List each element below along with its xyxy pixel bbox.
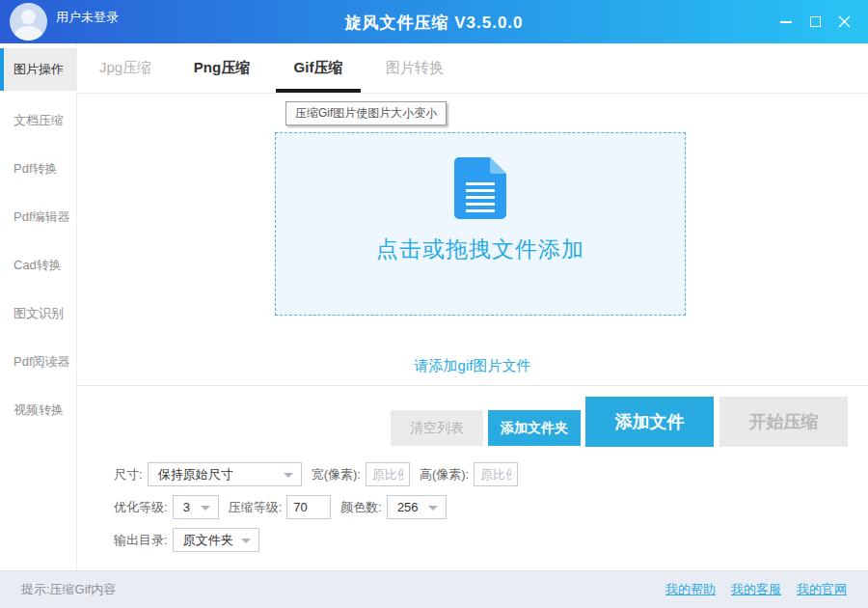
output-dir-dropdown[interactable]: 原文件夹 bbox=[173, 528, 259, 552]
sidebar-item-ocr[interactable]: 图文识别 bbox=[0, 290, 76, 338]
chevron-down-icon bbox=[201, 506, 210, 511]
help-link[interactable]: 我的帮助 bbox=[665, 581, 716, 598]
optimize-label: 优化等级: bbox=[114, 499, 168, 516]
main-content: Jpg压缩 Png压缩 Gif压缩 图片转换 压缩Gif图片使图片大小变小 bbox=[77, 43, 868, 570]
close-button[interactable] bbox=[829, 8, 858, 37]
tab-image-convert[interactable]: 图片转换 bbox=[366, 43, 463, 93]
sidebar-item-video-convert[interactable]: 视频转换 bbox=[0, 386, 76, 434]
window-controls bbox=[772, 0, 858, 43]
height-label: 高(像素): bbox=[420, 466, 469, 484]
size-settings-row: 尺寸: 保持原始尺寸 宽(像素): 高(像素): bbox=[114, 462, 868, 486]
workspace: 压缩Gif图片使图片大小变小 点击或拖拽文件添加 bbox=[77, 94, 868, 385]
chevron-down-icon bbox=[428, 506, 438, 511]
sidebar-item-cad-convert[interactable]: Cad转换 bbox=[0, 241, 76, 290]
minimize-icon bbox=[780, 21, 792, 23]
file-icon bbox=[454, 157, 506, 219]
app-title: 旋风文件压缩 V3.5.0.0 bbox=[0, 12, 868, 34]
sidebar: 图片操作 文档压缩 Pdf转换 Pdf编辑器 Cad转换 图文识别 Pdf阅读器… bbox=[0, 43, 77, 570]
output-dir-label: 输出目录: bbox=[114, 532, 168, 549]
optimize-dropdown-value: 3 bbox=[183, 500, 190, 514]
action-button-row: 清空列表 添加文件夹 添加文件 开始压缩 bbox=[77, 385, 868, 456]
status-tip: 提示:压缩Gif内容 bbox=[21, 581, 116, 598]
output-dir-dropdown-value: 原文件夹 bbox=[183, 532, 233, 549]
close-icon bbox=[838, 15, 851, 28]
official-site-link[interactable]: 我的官网 bbox=[797, 581, 847, 598]
quality-settings-row: 优化等级: 3 压缩等级: 颜色数: 256 bbox=[114, 495, 868, 519]
dropzone-label: 点击或拖拽文件添加 bbox=[376, 235, 584, 264]
size-label: 尺寸: bbox=[114, 466, 143, 484]
colors-dropdown-value: 256 bbox=[397, 500, 419, 514]
sidebar-item-image-ops[interactable]: 图片操作 bbox=[0, 48, 76, 91]
tab-tooltip: 压缩Gif图片使图片大小变小 bbox=[285, 101, 447, 125]
output-settings-row: 输出目录: 原文件夹 bbox=[114, 528, 868, 552]
minimize-button[interactable] bbox=[772, 8, 800, 37]
tab-bar: Jpg压缩 Png压缩 Gif压缩 图片转换 bbox=[77, 43, 868, 94]
title-bar: 用户未登录 旋风文件压缩 V3.5.0.0 bbox=[0, 0, 868, 43]
compress-level-label: 压缩等级: bbox=[229, 499, 283, 516]
tab-gif-compress[interactable]: Gif压缩 bbox=[270, 43, 366, 93]
height-input[interactable] bbox=[474, 462, 518, 486]
add-folder-button[interactable]: 添加文件夹 bbox=[488, 410, 581, 446]
chevron-down-icon bbox=[284, 473, 293, 478]
sidebar-item-pdf-editor[interactable]: Pdf编辑器 bbox=[0, 193, 76, 241]
add-gif-hint: 请添加gif图片文件 bbox=[77, 357, 868, 375]
add-file-button[interactable]: 添加文件 bbox=[585, 397, 714, 447]
chevron-down-icon bbox=[241, 539, 251, 543]
width-label: 宽(像素): bbox=[312, 466, 361, 484]
customer-service-link[interactable]: 我的客服 bbox=[731, 581, 781, 598]
optimize-dropdown[interactable]: 3 bbox=[173, 495, 219, 519]
start-compress-button[interactable]: 开始压缩 bbox=[719, 397, 848, 447]
size-dropdown[interactable]: 保持原始尺寸 bbox=[148, 462, 302, 486]
colors-label: 颜色数: bbox=[340, 499, 382, 516]
sidebar-item-doc-compress[interactable]: 文档压缩 bbox=[0, 97, 76, 145]
colors-dropdown[interactable]: 256 bbox=[387, 495, 447, 519]
tab-png-compress[interactable]: Png压缩 bbox=[174, 43, 270, 93]
status-bar: 提示:压缩Gif内容 我的帮助 我的客服 我的官网 bbox=[0, 570, 868, 608]
tab-jpg-compress[interactable]: Jpg压缩 bbox=[77, 43, 174, 93]
compress-level-input[interactable] bbox=[286, 495, 331, 519]
settings-panel: 尺寸: 保持原始尺寸 宽(像素): 高(像素): 优化等级: 3 bbox=[77, 456, 868, 570]
app-window: 用户未登录 旋风文件压缩 V3.5.0.0 图片操作 文档压缩 Pdf转换 Pd… bbox=[0, 0, 868, 608]
sidebar-item-pdf-convert[interactable]: Pdf转换 bbox=[0, 145, 76, 193]
sidebar-item-pdf-reader[interactable]: Pdf阅读器 bbox=[0, 338, 76, 386]
maximize-button[interactable] bbox=[800, 8, 829, 37]
maximize-icon bbox=[810, 16, 821, 27]
width-input[interactable] bbox=[366, 462, 410, 486]
footer-links: 我的帮助 我的客服 我的官网 bbox=[665, 581, 847, 598]
size-dropdown-value: 保持原始尺寸 bbox=[158, 466, 233, 484]
file-dropzone[interactable]: 点击或拖拽文件添加 bbox=[275, 132, 686, 316]
clear-list-button[interactable]: 清空列表 bbox=[391, 410, 483, 446]
